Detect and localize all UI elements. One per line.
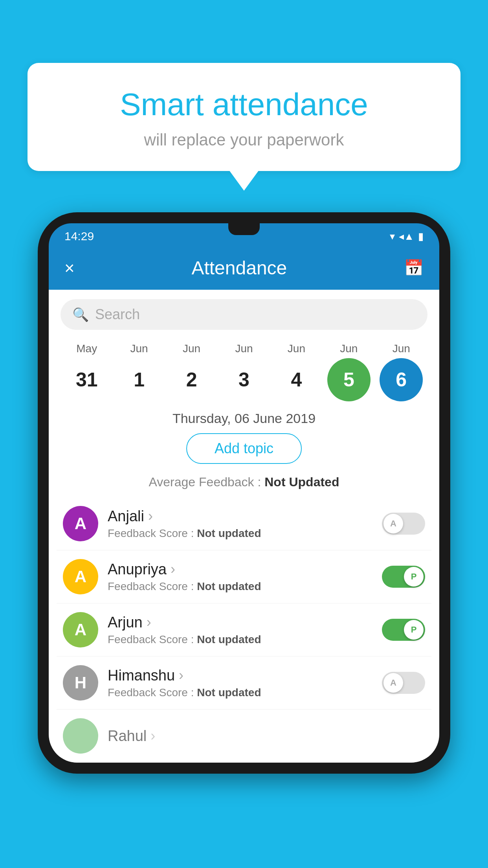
app-title: Attendance bbox=[191, 257, 287, 279]
student-info-arjun: Arjun Feedback Score : Not updated bbox=[108, 614, 372, 646]
student-item-anjali[interactable]: A Anjali Feedback Score : Not updated A bbox=[57, 497, 431, 550]
avatar-himanshu: H bbox=[63, 665, 98, 701]
cal-date-2[interactable]: 2 bbox=[170, 358, 213, 401]
bubble-subtitle: will replace your paperwork bbox=[51, 131, 437, 149]
student-item-himanshu[interactable]: H Himanshu Feedback Score : Not updated … bbox=[57, 657, 431, 710]
status-bar: 14:29 ▾ ◂▲ ▮ bbox=[49, 223, 439, 246]
battery-icon: ▮ bbox=[418, 230, 424, 243]
cal-date-3[interactable]: 3 bbox=[222, 358, 266, 401]
student-info-anupriya: Anupriya Feedback Score : Not updated bbox=[108, 561, 372, 593]
student-item-partial: Rahul bbox=[57, 710, 431, 763]
bubble-title: Smart attendance bbox=[51, 86, 437, 123]
student-list: A Anjali Feedback Score : Not updated A bbox=[49, 497, 439, 763]
attendance-toggle-anjali[interactable]: A bbox=[382, 513, 425, 535]
student-name-anupriya: Anupriya bbox=[108, 561, 372, 578]
student-name-anjali: Anjali bbox=[108, 508, 372, 525]
calendar-months: May Jun Jun Jun Jun Jun Jun bbox=[61, 342, 427, 355]
avg-feedback-value: Not Updated bbox=[264, 475, 339, 489]
cal-month-4: Jun bbox=[273, 342, 320, 355]
calendar-row: May Jun Jun Jun Jun Jun Jun 31 1 2 3 4 5… bbox=[49, 336, 439, 405]
student-name-partial: Rahul bbox=[108, 728, 425, 745]
search-input[interactable]: Search bbox=[95, 306, 140, 323]
cal-date-31[interactable]: 31 bbox=[65, 358, 108, 401]
cal-month-0: May bbox=[63, 342, 110, 355]
phone-mockup: 14:29 ▾ ◂▲ ▮ × Attendance 📅 🔍 Search bbox=[38, 212, 450, 774]
avatar-anupriya: A bbox=[63, 559, 98, 594]
student-feedback-anupriya: Feedback Score : Not updated bbox=[108, 580, 372, 593]
phone-shell: 14:29 ▾ ◂▲ ▮ × Attendance 📅 🔍 Search bbox=[38, 212, 450, 774]
attendance-toggle-arjun[interactable]: P bbox=[382, 619, 425, 641]
cal-date-6[interactable]: 6 bbox=[380, 358, 423, 401]
toggle-anjali: A bbox=[382, 513, 425, 535]
notch bbox=[228, 223, 260, 235]
close-button[interactable]: × bbox=[64, 258, 75, 278]
toggle-knob-himanshu: A bbox=[383, 673, 403, 693]
student-info-anjali: Anjali Feedback Score : Not updated bbox=[108, 508, 372, 540]
search-bar[interactable]: 🔍 Search bbox=[61, 299, 427, 330]
avatar-partial bbox=[63, 718, 98, 754]
student-info-partial: Rahul bbox=[108, 728, 425, 745]
toggle-knob-arjun: P bbox=[404, 620, 424, 640]
speech-bubble: Smart attendance will replace your paper… bbox=[28, 63, 460, 171]
student-item-arjun[interactable]: A Arjun Feedback Score : Not updated P bbox=[57, 603, 431, 657]
cal-month-6: Jun bbox=[378, 342, 425, 355]
toggle-anupriya: P bbox=[382, 566, 425, 588]
cal-date-4[interactable]: 4 bbox=[275, 358, 318, 401]
avg-feedback-label: Average Feedback : bbox=[149, 475, 261, 489]
cal-date-5[interactable]: 5 bbox=[327, 358, 371, 401]
cal-month-1: Jun bbox=[116, 342, 163, 355]
student-name-arjun: Arjun bbox=[108, 614, 372, 631]
cal-month-5: Jun bbox=[325, 342, 372, 355]
student-item-anupriya[interactable]: A Anupriya Feedback Score : Not updated … bbox=[57, 550, 431, 603]
toggle-arjun: P bbox=[382, 619, 425, 641]
phone-screen: × Attendance 📅 🔍 Search May Jun Jun Jun … bbox=[49, 246, 439, 763]
status-icons: ▾ ◂▲ ▮ bbox=[390, 230, 424, 243]
cal-month-2: Jun bbox=[168, 342, 215, 355]
calendar-dates: 31 1 2 3 4 5 6 bbox=[61, 358, 427, 401]
status-time: 14:29 bbox=[64, 230, 94, 243]
cal-month-3: Jun bbox=[220, 342, 268, 355]
app-header: × Attendance 📅 bbox=[49, 246, 439, 290]
attendance-toggle-himanshu[interactable]: A bbox=[382, 672, 425, 694]
toggle-knob-anupriya: P bbox=[404, 567, 424, 587]
attendance-toggle-anupriya[interactable]: P bbox=[382, 566, 425, 588]
selected-date-display: Thursday, 06 June 2019 bbox=[49, 405, 439, 433]
toggle-himanshu: A bbox=[382, 672, 425, 694]
student-info-himanshu: Himanshu Feedback Score : Not updated bbox=[108, 667, 372, 699]
student-name-himanshu: Himanshu bbox=[108, 667, 372, 684]
wifi-icon: ▾ bbox=[390, 230, 395, 243]
cal-date-1[interactable]: 1 bbox=[117, 358, 161, 401]
avatar-arjun: A bbox=[63, 612, 98, 647]
search-icon: 🔍 bbox=[72, 307, 89, 322]
avg-feedback: Average Feedback : Not Updated bbox=[49, 472, 439, 497]
toggle-knob-anjali: A bbox=[383, 514, 403, 533]
student-feedback-arjun: Feedback Score : Not updated bbox=[108, 633, 372, 646]
avatar-anjali: A bbox=[63, 506, 98, 541]
student-feedback-himanshu: Feedback Score : Not updated bbox=[108, 686, 372, 699]
calendar-icon[interactable]: 📅 bbox=[404, 259, 424, 277]
signal-icon: ◂▲ bbox=[399, 230, 414, 243]
student-feedback-anjali: Feedback Score : Not updated bbox=[108, 527, 372, 540]
add-topic-button[interactable]: Add topic bbox=[186, 433, 302, 464]
